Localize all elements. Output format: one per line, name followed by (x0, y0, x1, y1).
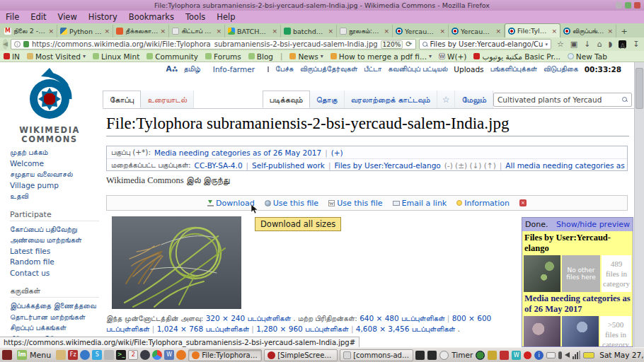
microphone-icon[interactable] (558, 351, 562, 359)
highlighter-addon-icon[interactable]: A (619, 40, 626, 48)
sidebar-item-contact[interactable]: Contact us (10, 268, 99, 279)
page-scrollbar[interactable] (634, 62, 644, 347)
window-titlebar[interactable]: File:Tylophora subramaniensis-2-bsi-yerc… (0, 0, 644, 11)
app-icon-dark[interactable] (140, 350, 150, 360)
menu-edit[interactable]: Edit (30, 12, 46, 22)
bookmark-item[interactable]: مكتبة يوتيوب Basic Pr... (473, 52, 560, 61)
tab-close-icon[interactable]: × (104, 28, 110, 35)
home-icon[interactable]: ⌂ (597, 38, 602, 50)
tab-close-icon[interactable]: × (328, 28, 333, 35)
sidebar-item-portal[interactable]: சமுதாய வலைவாசல் (10, 169, 99, 180)
tab-read[interactable]: படிக்கவும் (263, 90, 310, 108)
menu-history[interactable]: History (88, 12, 117, 22)
search-icon[interactable] (622, 97, 628, 103)
show-hide-preview-link[interactable]: Show/hide preview (556, 220, 630, 229)
taskbar-window-screenrecorder[interactable]: [SimpleScreenR... (264, 349, 338, 361)
sidebar-item-randomfile[interactable]: Random file (10, 257, 99, 268)
chrome-icon[interactable] (152, 350, 162, 360)
preview-size-link[interactable]: 320 × 240 படப்புள்ளிகள் (206, 314, 291, 322)
tab-close-icon[interactable]: × (384, 28, 389, 35)
bookmark-item[interactable]: New Tab (568, 52, 607, 61)
tab-viewhistory[interactable]: வரலாற்றைக் காட்டவும் (345, 90, 437, 108)
timer-label[interactable]: Timer (452, 351, 473, 359)
menu-button[interactable]: lm Menu (14, 349, 54, 361)
url-bar[interactable]: i https://commons.wikimedia.org/wiki/Fil… (11, 39, 416, 49)
browser-tab[interactable]: கிட்டாப் இல் ஒரு× (169, 25, 225, 37)
scrollbar-thumb[interactable] (636, 68, 643, 109)
sidebar-item-whatlinkshere[interactable]: இப்பக்கத்தை இணைத்தவை (10, 300, 99, 312)
sidebar-item-mainpage[interactable]: முதற் பக்கம் (10, 147, 99, 158)
tab-file[interactable]: கோப்பு (103, 90, 141, 108)
skype-icon[interactable]: S (92, 350, 102, 360)
search-engine-caret-icon[interactable]: ▾ (545, 42, 548, 47)
url-text[interactable]: https://commons.wikimedia.org/wiki/File:… (32, 40, 378, 48)
tab-edit[interactable]: தொகு (310, 90, 345, 108)
bookmark-folder[interactable]: How to merge a pdf fi...▾ (330, 52, 432, 61)
page-info-icon[interactable]: i (14, 41, 21, 47)
browser-tab[interactable]: Yercaud-ela× (393, 25, 449, 37)
resolution-link[interactable]: 4,608 × 3,456 படப்புள்ளிகள் (356, 325, 455, 333)
sidebar-item-villagepump[interactable]: Village pump (10, 180, 99, 192)
browser-tab[interactable]: Mநிலை 2 - நில× (1, 25, 57, 37)
timer-clock-icon[interactable] (439, 351, 449, 360)
bookmark-item[interactable]: Blog (248, 52, 273, 61)
bookmark-folder[interactable]: Most Visited▾ (27, 52, 86, 61)
sidebar-item-recentchanges[interactable]: அண்மைய மாற்றங்கள் (10, 235, 99, 246)
file-preview-image[interactable] (112, 216, 241, 309)
gadget-category-title[interactable]: Media needing categories as of 26 May 20… (522, 292, 633, 316)
network-signal-icon[interactable] (573, 351, 580, 359)
sidebar-item-relatedchanges[interactable]: தொடர்பான மாற்றங்கள் (10, 312, 99, 323)
app-indicator-icon[interactable] (476, 351, 485, 360)
bookmark-item[interactable]: IN (4, 52, 20, 61)
menu-file[interactable]: File (6, 12, 19, 22)
reload-icon[interactable]: ⟳ (406, 40, 412, 49)
browser-tab[interactable]: batchdata_0× (281, 25, 337, 37)
category-thumbnail[interactable] (524, 255, 560, 292)
category-link[interactable]: Media needing categories as of 26 May 20… (154, 148, 321, 157)
filezilla-icon[interactable]: Fz (68, 350, 78, 360)
tab-close-icon[interactable]: × (160, 28, 166, 35)
search-bar[interactable]: Files by User:Yercaud-elango/Cu ▾ (419, 39, 551, 49)
menu-help[interactable]: Help (217, 12, 235, 22)
screenshot-tray-icon[interactable] (427, 351, 437, 360)
resolution-link[interactable]: 1,280 × 960 படப்புள்ளிகள் (256, 325, 348, 333)
taskbar-window-commons[interactable]: [commons-addi... (340, 349, 413, 361)
taskbar-clock[interactable]: Sat May 27, 6:03:28 AM (599, 351, 644, 359)
tab-close-icon[interactable]: × (216, 28, 222, 35)
pocket-icon[interactable]: ◗ (608, 38, 612, 50)
use-this-file-web-link[interactable]: Use this file (265, 199, 318, 208)
category-link[interactable]: CC-BY-SA-4.0 (195, 161, 243, 170)
browser-tab[interactable]: தீக்கலகாரன்: தீ× (113, 25, 169, 37)
browser-tab[interactable]: Python Trai× (57, 25, 113, 37)
indicator-red-icon[interactable] (500, 351, 509, 360)
browser-tab[interactable]: நூலகம்:10 - நூல× (337, 25, 393, 37)
taskbar-window-firefox[interactable]: File:Tylophora s... (188, 349, 262, 361)
add-category-link[interactable]: (+) (331, 148, 343, 157)
bookmark-item[interactable]: Forums (205, 52, 241, 61)
sync-arrow-icon[interactable]: ↓ (584, 38, 590, 50)
bookmark-item[interactable]: Linux Mint (93, 52, 139, 61)
close-toolbar-icon[interactable]: × (519, 199, 527, 206)
tab-close-icon[interactable]: × (48, 28, 54, 35)
browser-tab[interactable]: BATCHDATA× (225, 25, 281, 37)
app-icon-blue[interactable] (80, 350, 90, 360)
tab-close-icon[interactable]: × (272, 28, 277, 35)
browser-tab[interactable]: விருப்பங்கள்× (560, 25, 616, 37)
library-icon[interactable]: ▣ (570, 38, 577, 50)
wikimedia-commons-logo[interactable] (17, 66, 82, 123)
search-text[interactable]: Files by User:Yercaud-elango/Cu (430, 40, 544, 48)
sidebar-item-welcome[interactable]: Welcome (10, 158, 99, 170)
tab-talk[interactable]: உரையாடல் (141, 90, 194, 108)
back-button[interactable]: ◀ (3, 39, 8, 49)
browser-tab-active[interactable]: File:Tylopho× (505, 23, 560, 37)
hotcat-controls[interactable]: (-) (±) (↓) (↑) (444, 161, 496, 170)
sidebar-item-help[interactable]: உதவி (10, 191, 99, 202)
tab-close-icon[interactable]: × (551, 28, 557, 35)
terminal-icon[interactable]: >_ (116, 350, 126, 360)
email-link[interactable]: Email a link (393, 199, 447, 208)
watch-star-icon[interactable]: ☆ (437, 90, 456, 108)
resolution-link[interactable]: 1,024 × 768 படப்புள்ளிகள் (157, 325, 249, 333)
category-link[interactable]: Files by User:Yercaud-elango (334, 161, 440, 170)
screenshot-app-icon[interactable] (2, 350, 12, 360)
bookmark-star-icon[interactable]: ☆ (557, 38, 564, 50)
